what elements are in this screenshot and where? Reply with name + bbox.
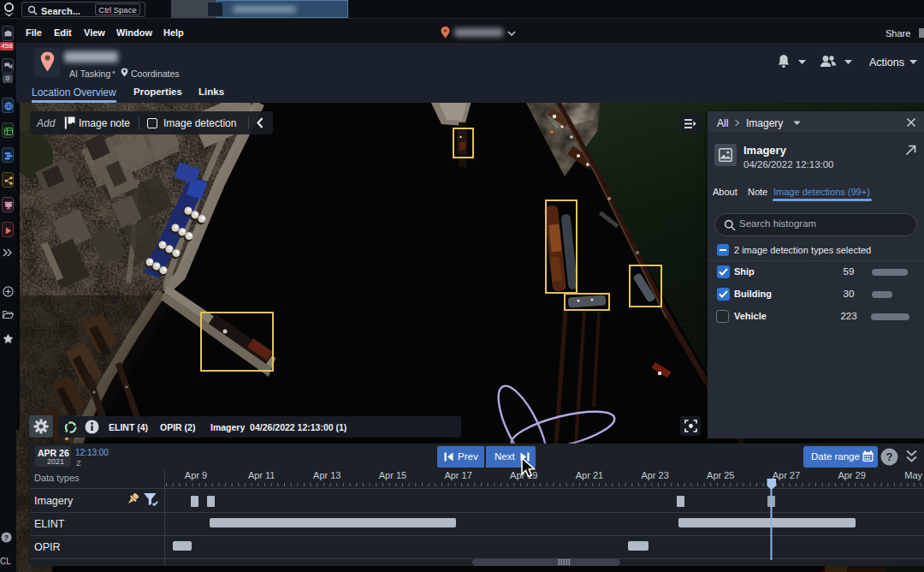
- svg-text:Apr 13: Apr 13: [313, 470, 341, 480]
- svg-text:?: ?: [4, 533, 9, 542]
- svg-text:Apr 27: Apr 27: [773, 470, 800, 480]
- svg-text:Apr 23: Apr 23: [641, 470, 668, 480]
- svg-text:May 1: May 1: [904, 470, 924, 480]
- svg-text:Apr 11: Apr 11: [248, 470, 275, 480]
- svg-text:Apr 15: Apr 15: [379, 470, 406, 480]
- svg-text:Apr 21: Apr 21: [576, 470, 603, 480]
- svg-text:Apr 9: Apr 9: [185, 470, 207, 480]
- svg-text:Apr 17: Apr 17: [444, 470, 471, 480]
- svg-text:Apr 25: Apr 25: [707, 470, 734, 480]
- svg-text:Apr 29: Apr 29: [838, 470, 865, 480]
